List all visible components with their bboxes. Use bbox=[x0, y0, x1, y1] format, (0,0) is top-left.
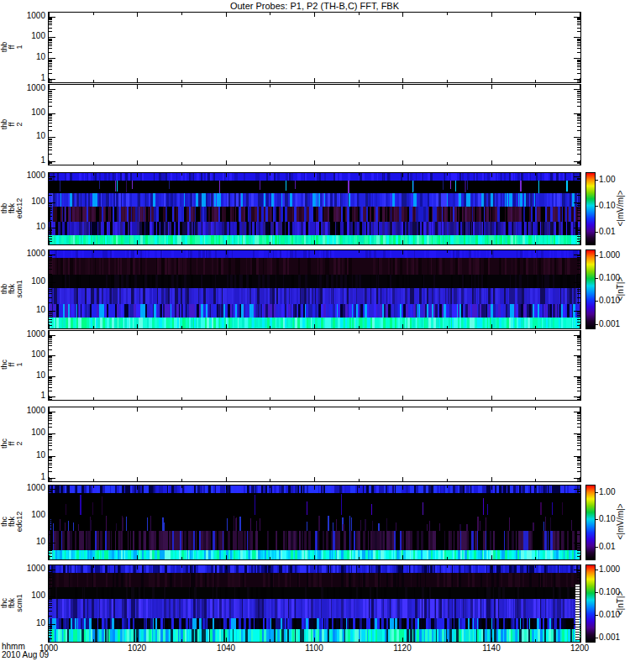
colorbar-tick-label: 0.001 bbox=[599, 320, 620, 328]
y-tick-label: 100 bbox=[17, 511, 45, 519]
y-tick-label: 1000 bbox=[17, 564, 45, 573]
y-tick-label: 1000 bbox=[17, 249, 45, 258]
y-axis-label-thc-ff-2: thc ff 2 bbox=[1, 438, 24, 449]
y-tick-label: 100 bbox=[17, 277, 45, 286]
colorbar-tick-label: 1.00 bbox=[599, 488, 615, 496]
colorbar-tick bbox=[596, 638, 598, 638]
colorbar-tick-label: 0.10 bbox=[599, 202, 615, 210]
colorbar-tick-label: 1.000 bbox=[599, 565, 620, 574]
y-tick-label: 1000 bbox=[17, 330, 45, 339]
x-tick-label: 1020 bbox=[120, 643, 154, 653]
y-tick-label: 100 bbox=[17, 591, 45, 600]
colorbar-tick bbox=[596, 324, 598, 325]
y-tick-label: 10 bbox=[17, 53, 45, 61]
y-tick-label: 10 bbox=[17, 371, 45, 380]
y-axis-label-thb-ff-2: thb ff 2 bbox=[1, 118, 24, 129]
colorbar-tick bbox=[596, 301, 598, 302]
y-tick-label: 100 bbox=[17, 350, 45, 359]
spectrogram-panel-thb-ff-1 bbox=[48, 12, 581, 83]
x-tick-label: 1000 bbox=[32, 643, 66, 653]
y-tick-label: 1000 bbox=[17, 12, 45, 20]
y-tick-label: 100 bbox=[17, 108, 45, 117]
y-tick-label: 10 bbox=[17, 306, 45, 314]
colorbar-tick-label: 0.001 bbox=[599, 633, 620, 642]
plot-stage: Outer Probes: P1, P2 (TH-B,C) FFT, FBK h… bbox=[0, 0, 630, 672]
spectrogram-panel-thb-fbk-edc12 bbox=[48, 172, 581, 245]
x-tick-label: 1140 bbox=[475, 643, 508, 653]
spectrogram-panel-thb-ff-2 bbox=[48, 84, 581, 165]
colorbar-tick bbox=[596, 547, 598, 548]
y-tick-label: 10 bbox=[17, 132, 45, 140]
colorbar-tick bbox=[596, 519, 598, 520]
spectrogram-panel-thc-ff-2 bbox=[48, 407, 581, 482]
colorbar-tick bbox=[596, 180, 598, 181]
colorbar-unit-label: <|mV/m|> bbox=[616, 504, 625, 540]
x-tick-label: 1100 bbox=[297, 643, 331, 653]
colorbar-tick-label: 0.01 bbox=[599, 228, 615, 236]
colorbar-tick bbox=[596, 592, 598, 593]
spectrogram-panel-thc-ff-1 bbox=[48, 330, 581, 401]
colorbar-tick-label: 1.00 bbox=[599, 176, 615, 184]
colorbar-tick bbox=[596, 255, 598, 256]
y-tick-label: 10 bbox=[17, 619, 45, 627]
y-tick-label: 1 bbox=[17, 473, 45, 481]
colorbar-tick bbox=[596, 206, 598, 207]
x-tick-label: 1200 bbox=[563, 643, 596, 653]
y-tick-label: 1000 bbox=[17, 407, 45, 415]
colorbar-thc-fbk-scm1 bbox=[585, 564, 596, 643]
colorbar-unit-label: <|nT|> bbox=[616, 591, 625, 615]
colorbar-unit-label: <|nT|> bbox=[616, 276, 625, 301]
y-tick-label: 10 bbox=[17, 451, 45, 459]
colorbar-thb-fbk-edc12 bbox=[585, 172, 596, 245]
colorbar-tick bbox=[596, 278, 598, 279]
y-tick-label: 100 bbox=[17, 32, 45, 40]
colorbar-thc-fbk-edc12 bbox=[585, 485, 596, 560]
spectrogram-panel-thc-fbk-scm1 bbox=[48, 564, 581, 643]
colorbar-tick-label: 1.000 bbox=[599, 251, 620, 260]
colorbar-tick-label: 0.01 bbox=[599, 543, 615, 551]
y-tick-label: 1 bbox=[17, 156, 45, 165]
x-tick-label: 1040 bbox=[209, 643, 243, 653]
y-axis-label-thb-ff-1: thb ff 1 bbox=[1, 41, 24, 52]
spectrogram-panel-thb-fbk-scm1 bbox=[48, 249, 581, 329]
spectrogram-panel-thc-fbk-edc12 bbox=[48, 485, 581, 560]
colorbar-tick bbox=[596, 615, 598, 616]
colorbar-tick-label: 0.10 bbox=[599, 515, 615, 523]
colorbar-tick bbox=[596, 570, 598, 570]
x-tick-label: 1120 bbox=[386, 643, 419, 653]
y-tick-label: 100 bbox=[17, 197, 45, 206]
y-tick-label: 1000 bbox=[17, 84, 45, 92]
edge-annotation-stripe bbox=[575, 584, 580, 640]
y-tick-label: 1 bbox=[17, 391, 45, 400]
y-tick-label: 10 bbox=[17, 538, 45, 546]
y-tick-label: 100 bbox=[17, 428, 45, 437]
y-tick-label: 1000 bbox=[17, 171, 45, 180]
y-tick-label: 1 bbox=[17, 74, 45, 82]
colorbar-thb-fbk-scm1 bbox=[585, 249, 596, 329]
y-axis-label-thc-ff-1: thc ff 1 bbox=[1, 360, 24, 370]
colorbar-tick bbox=[596, 232, 598, 233]
y-tick-label: 1000 bbox=[17, 484, 45, 492]
plot-title: Outer Probes: P1, P2 (TH-B,C) FFT, FBK bbox=[48, 1, 581, 11]
y-tick-label: 10 bbox=[17, 223, 45, 231]
colorbar-unit-label: <|mV/m|> bbox=[616, 190, 625, 226]
colorbar-tick bbox=[596, 492, 598, 493]
